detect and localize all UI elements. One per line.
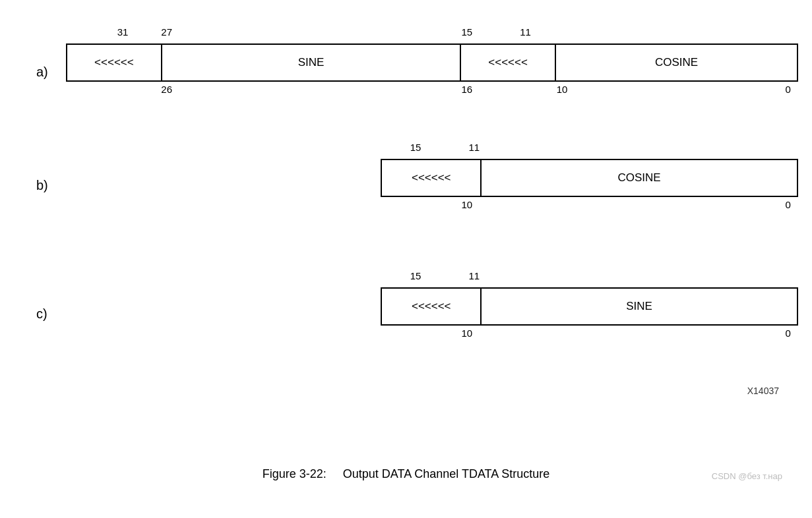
row-a: a) 31 27 15 11 <<<<<< SINE <<<<<< COSINE… (66, 26, 798, 101)
cell-a-1: <<<<<< (67, 45, 162, 80)
caption-bold: Output DATA Channel TDATA Structure (343, 467, 549, 480)
label-b: b) (36, 178, 48, 193)
num-16: 16 (461, 84, 472, 95)
row-c: c) 15 11 <<<<<< SINE 10 0 (66, 270, 798, 345)
label-a: a) (36, 65, 48, 80)
row-a-box: <<<<<< SINE <<<<<< COSINE (66, 43, 798, 82)
cell-b-1: <<<<<< (382, 160, 482, 196)
cell-c-1: <<<<<< (382, 289, 482, 324)
num-15-c: 15 (410, 270, 422, 281)
diagram-area: a) 31 27 15 11 <<<<<< SINE <<<<<< COSINE… (26, 13, 786, 488)
cell-a-3: <<<<<< (461, 45, 556, 80)
row-c-box-wrapper: <<<<<< SINE (66, 287, 798, 326)
row-b: b) 15 11 <<<<<< COSINE 10 0 (66, 142, 798, 216)
row-b-box: <<<<<< COSINE (381, 159, 798, 197)
figure-caption: Figure 3-22: Output DATA Channel TDATA S… (26, 467, 786, 481)
cell-b-2: COSINE (482, 160, 797, 196)
num-0-b: 0 (786, 199, 791, 210)
row-b-numbers-above: 15 11 (66, 142, 798, 159)
num-10-a: 10 (557, 84, 568, 95)
row-c-numbers-below: 10 0 (66, 328, 798, 345)
num-11: 11 (520, 26, 531, 38)
num-26: 26 (161, 84, 172, 95)
x-label: X14037 (747, 386, 779, 396)
num-0-c: 0 (786, 328, 791, 339)
label-c: c) (36, 306, 47, 322)
row-c-box: <<<<<< SINE (381, 287, 798, 326)
row-b-numbers-below: 10 0 (66, 199, 798, 216)
caption-italic: Figure 3-22: (263, 467, 327, 480)
row-c-numbers-above: 15 11 (66, 270, 798, 287)
row-b-box-wrapper: <<<<<< COSINE (66, 159, 798, 197)
num-31: 31 (117, 26, 129, 38)
num-15-b: 15 (410, 142, 422, 153)
cell-a-2: SINE (162, 45, 461, 80)
main-container: a) 31 27 15 11 <<<<<< SINE <<<<<< COSINE… (0, 0, 812, 518)
num-15: 15 (461, 26, 472, 38)
num-10-b: 10 (461, 199, 472, 210)
cell-a-4: COSINE (556, 45, 797, 80)
row-a-numbers-below: 26 16 10 0 (66, 84, 798, 101)
row-a-numbers-above: 31 27 15 11 (66, 26, 798, 43)
num-10-c: 10 (461, 328, 472, 339)
watermark: CSDN @без т.нар (712, 471, 782, 481)
num-11-c: 11 (469, 270, 480, 281)
num-27: 27 (161, 26, 172, 38)
num-11-b: 11 (469, 142, 480, 153)
num-0-a: 0 (786, 84, 791, 95)
cell-c-2: SINE (482, 289, 797, 324)
